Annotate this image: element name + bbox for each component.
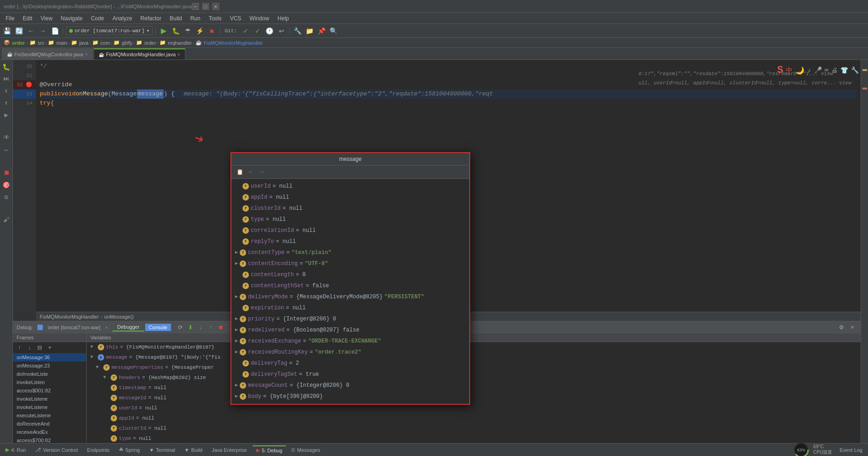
- frame-item-8[interactable]: doReceiveAnd: [13, 420, 86, 428]
- status-build[interactable]: ▼ Build: [181, 446, 206, 454]
- sync-button[interactable]: 🔄: [14, 26, 24, 36]
- popup-var-redelivered[interactable]: ▶ f redelivered = {Boolean@8207} false: [231, 325, 469, 336]
- popup-var-receivedroutingkey[interactable]: ▶ f receivedRoutingKey = "order.trace2": [231, 347, 469, 358]
- menu-edit[interactable]: Edit: [19, 14, 36, 23]
- git-tick-button[interactable]: ✓: [241, 26, 251, 36]
- status-run[interactable]: ▶ 4: Run: [2, 446, 30, 454]
- breadcrumb-com[interactable]: com: [100, 40, 110, 46]
- var-clusterid[interactable]: ▼ f clusterId = null: [87, 423, 861, 433]
- bookmark-button[interactable]: 📌: [317, 26, 327, 36]
- breadcrumb-gblfy[interactable]: gblfy: [122, 40, 132, 46]
- popup-var-contenttype[interactable]: ▶ f contentType = "text/plain": [231, 247, 469, 258]
- var-timestamp[interactable]: ▼ f timestamp = null: [87, 383, 861, 393]
- git-revert-button[interactable]: ↩: [277, 26, 287, 36]
- popup-var-receivedexchange[interactable]: ▶ f receivedExchange = "ORDER-TRACE-EXCH…: [231, 336, 469, 347]
- tab-fissendmq[interactable]: ☕ FisSendMQMsgControllor.java ×: [2, 48, 93, 59]
- frame-item-9[interactable]: receiveAndEx: [13, 428, 86, 436]
- breadcrumb-java[interactable]: java: [79, 40, 89, 46]
- popup-var-type[interactable]: f type = null: [231, 214, 469, 225]
- sidebar-brush-icon[interactable]: 🖌: [1, 215, 12, 225]
- menu-run[interactable]: Run: [187, 14, 204, 23]
- menu-vcs[interactable]: VCS: [226, 14, 245, 23]
- sidebar-more-icon[interactable]: ⋯: [1, 145, 12, 155]
- tab-close-fismqmonitor[interactable]: ×: [177, 52, 180, 57]
- menu-code[interactable]: Code: [87, 14, 108, 23]
- recent-files-button[interactable]: 📄: [50, 26, 60, 36]
- frame-item-6[interactable]: invokeListene: [13, 403, 86, 411]
- debug-settings-btn[interactable]: ⚙: [837, 323, 846, 332]
- menu-analyze[interactable]: Analyze: [109, 14, 136, 23]
- breadcrumb-src[interactable]: src: [38, 40, 45, 46]
- save-button[interactable]: 💾: [2, 26, 12, 36]
- frame-item-2[interactable]: doInvokeListe: [13, 370, 86, 378]
- status-java-enterprise[interactable]: Java Enterprise: [208, 446, 250, 454]
- debug-close-icon[interactable]: ×: [105, 325, 108, 330]
- status-terminal[interactable]: ▼ Terminal: [145, 446, 178, 454]
- popup-var-priority[interactable]: ▶ f priority = {Integer@8206} 0: [231, 314, 469, 325]
- project-button[interactable]: 📁: [305, 26, 315, 36]
- popup-var-contentlength[interactable]: f contentLength = 0: [231, 269, 469, 280]
- debug-step-out-btn[interactable]: ↑: [206, 323, 215, 332]
- frame-item-3[interactable]: invokeListen: [13, 378, 86, 386]
- sidebar-step-out-icon[interactable]: ⬆: [1, 98, 12, 108]
- git-check-button[interactable]: ✓: [253, 26, 263, 36]
- debug-rerun-button[interactable]: ⟳: [176, 323, 185, 332]
- menu-file[interactable]: File: [2, 14, 18, 23]
- debug-close-panel-btn[interactable]: ×: [848, 323, 857, 332]
- frame-item-0[interactable]: onMessage:36: [13, 353, 86, 361]
- var-messageid[interactable]: ▼ f messageId = null: [87, 393, 861, 403]
- var-headers[interactable]: ▼ f headers = {HashMap@8202} size: [87, 373, 861, 383]
- breadcrumb-mqhandler[interactable]: mqhandler: [168, 40, 192, 46]
- popup-var-replyto[interactable]: f replyTo = null: [231, 236, 469, 247]
- menu-tools[interactable]: Tools: [205, 14, 225, 23]
- popup-var-messagecount[interactable]: ▶ f messageCount = {Integer@8206} 0: [231, 380, 469, 391]
- popup-copy-btn[interactable]: 📋: [235, 167, 244, 177]
- breadcrumb-order2[interactable]: order: [144, 40, 156, 46]
- breadcrumb-class[interactable]: FisMQMonitorMsgHandler: [204, 40, 263, 46]
- sidebar-stop-icon[interactable]: ⏹: [1, 168, 12, 178]
- sidebar-resume-icon[interactable]: ▶: [1, 110, 12, 120]
- popup-var-contentlengthset[interactable]: f contentLengthSet = false: [231, 280, 469, 291]
- frames-filter-btn[interactable]: ⊟: [35, 343, 44, 352]
- find-button[interactable]: 🔍: [329, 26, 339, 36]
- popup-var-clusterid[interactable]: f clusterId = null: [231, 203, 469, 214]
- var-userid[interactable]: ▼ f userId = null: [87, 403, 861, 413]
- debug-step-into-btn[interactable]: ↓: [196, 323, 205, 332]
- menu-refactor[interactable]: Refactor: [137, 14, 165, 23]
- tab-close-fissendmq[interactable]: ×: [85, 52, 88, 57]
- sidebar-settings2-icon[interactable]: ⚙: [1, 192, 12, 202]
- frames-up-btn[interactable]: ↑: [15, 343, 24, 352]
- status-event-log[interactable]: Event Log: [836, 446, 866, 454]
- popup-var-correlationid[interactable]: f correlationId = null: [231, 225, 469, 236]
- coverage-button[interactable]: ☂: [183, 26, 193, 36]
- popup-forward-btn[interactable]: →: [257, 167, 266, 177]
- tab-debugger[interactable]: Debugger: [112, 323, 144, 332]
- debug-resume-btn[interactable]: ⏹: [216, 323, 225, 332]
- sidebar-step-over-icon[interactable]: ⏭: [1, 74, 12, 84]
- popup-var-expiration[interactable]: f expiration = null: [231, 302, 469, 314]
- sidebar-step-into-icon[interactable]: ⬇: [1, 86, 12, 96]
- var-this[interactable]: ▼ f this = {FisMQMonitorMsgHandler@8187}: [87, 342, 861, 352]
- breadcrumb-main[interactable]: main: [56, 40, 67, 46]
- frame-item-1[interactable]: onMessage:23: [13, 361, 86, 370]
- var-appid[interactable]: ▼ f appId = null: [87, 413, 861, 423]
- var-type[interactable]: ▼ f type = null: [87, 433, 861, 443]
- popup-var-deliverymode[interactable]: ▶ f deliveryMode = {MessageDeliveryMode@…: [231, 291, 469, 302]
- stop-button[interactable]: ■: [207, 26, 217, 36]
- status-endpoints[interactable]: Endpoints: [83, 446, 113, 454]
- debug-run-button[interactable]: 🐛: [171, 26, 181, 36]
- tab-console[interactable]: Console: [145, 324, 171, 331]
- var-messageprops[interactable]: ▼ f messageProperties = {MessageProper: [87, 362, 861, 373]
- frame-item-5[interactable]: invokeListene: [13, 395, 86, 403]
- popup-var-userid[interactable]: f userId = null: [231, 181, 469, 192]
- status-messages[interactable]: 0: Messages: [288, 446, 324, 454]
- popup-var-body[interactable]: ▶ f body = {byte[396]@8200}: [231, 391, 469, 402]
- var-message[interactable]: ▼ p message = {Message@8197} "(Body:'{"f…: [87, 352, 861, 362]
- menu-view[interactable]: View: [37, 14, 56, 23]
- menu-window[interactable]: Window: [246, 14, 273, 23]
- status-debug[interactable]: ▶ 5: Debug: [253, 445, 286, 454]
- back-button[interactable]: ←: [26, 26, 36, 36]
- status-spring[interactable]: ☘ Spring: [115, 446, 144, 454]
- sidebar-eye-icon[interactable]: 👁: [1, 133, 12, 143]
- popup-var-deliverytagset[interactable]: f deliveryTagSet = true: [231, 369, 469, 380]
